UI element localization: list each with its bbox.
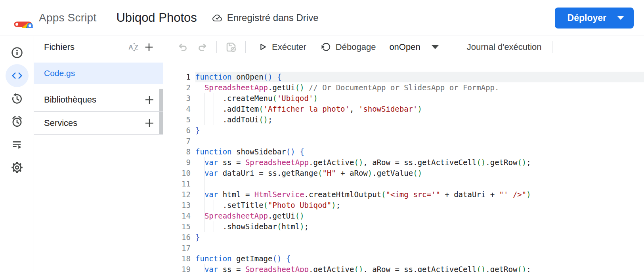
line-number: 6: [163, 125, 191, 136]
indent-guide: [214, 221, 214, 232]
indent-guide: [204, 189, 205, 200]
code-line[interactable]: 7: [163, 136, 644, 146]
execution-log-button[interactable]: Journal d'exécution: [467, 42, 542, 52]
line-number: 11: [163, 179, 191, 189]
line-number: 17: [163, 243, 191, 253]
redo-icon[interactable]: [195, 40, 210, 55]
services-scrollbar[interactable]: [159, 112, 163, 134]
undo-icon[interactable]: [175, 40, 190, 55]
code-line[interactable]: 16}: [163, 232, 644, 243]
indent-guide: [214, 104, 214, 114]
executions-list-icon[interactable]: [6, 133, 29, 156]
code-line[interactable]: 13 .setTitle("Photo Ubiqod");: [163, 200, 644, 211]
indent-guide: [204, 93, 205, 104]
svg-text:A: A: [128, 43, 133, 50]
indent-guide: [204, 157, 205, 168]
code-line-content[interactable]: function showSidebar() {: [195, 146, 644, 157]
code-line[interactable]: 15 .showSidebar(html);: [163, 221, 644, 232]
svg-text:Z: Z: [134, 43, 138, 50]
services-label: Services: [44, 118, 141, 128]
apps-script-editor: Apps Script Ubiqod Photos Enregistré dan…: [0, 0, 644, 272]
code-line-content[interactable]: function getImage() {: [195, 253, 644, 264]
line-number: 19: [163, 264, 191, 272]
indent-guide: [214, 114, 214, 125]
save-project-icon[interactable]: [223, 39, 239, 55]
deploy-caret-down-icon: [617, 16, 624, 20]
overview-info-icon[interactable]: [6, 41, 29, 64]
code-line-content[interactable]: [195, 136, 644, 146]
code-line-content[interactable]: var dataUri = ss.getRange("H" + aRow).ge…: [195, 168, 644, 179]
code-line-content[interactable]: var ss = SpreadsheetApp.getActive(), aRo…: [195, 264, 644, 272]
code-line-content[interactable]: .addItem('Afficher la photo', 'showSideb…: [195, 104, 644, 114]
code-line-content[interactable]: SpreadsheetApp.getUi() // Or DocumentApp…: [195, 82, 644, 93]
indent-guide: [204, 264, 205, 272]
function-selector[interactable]: onOpen: [389, 42, 438, 52]
code-line-content[interactable]: [195, 243, 644, 253]
run-label: Exécuter: [272, 42, 306, 52]
indent-guide: [204, 179, 205, 189]
code-line-content[interactable]: .showSidebar(html);: [195, 221, 644, 232]
add-library-plus-icon[interactable]: [141, 92, 157, 108]
run-play-icon: [258, 42, 268, 52]
line-number: 18: [163, 253, 191, 264]
project-title[interactable]: Ubiqod Photos: [116, 11, 197, 25]
line-number: 3: [163, 93, 191, 104]
editor-code-icon[interactable]: [6, 64, 29, 87]
indent-guide: [204, 168, 205, 179]
code-line[interactable]: 1function onOpen() {: [163, 72, 644, 82]
code-line[interactable]: 18function getImage() {: [163, 253, 644, 264]
code-line[interactable]: 8function showSidebar() {: [163, 146, 644, 157]
line-number: 4: [163, 104, 191, 114]
app-name: Apps Script: [39, 11, 96, 24]
deploy-button[interactable]: Déployer: [555, 8, 634, 29]
sort-az-icon[interactable]: A Z: [126, 40, 141, 55]
line-number: 10: [163, 168, 191, 179]
indent-guide: [204, 114, 205, 125]
code-line[interactable]: 6}: [163, 125, 644, 136]
debug-button[interactable]: Débogage: [321, 42, 376, 52]
code-line[interactable]: 10 var dataUri = ss.getRange("H" + aRow)…: [163, 168, 644, 179]
code-line[interactable]: 14 SpreadsheetApp.getUi(): [163, 211, 644, 221]
code-line[interactable]: 17: [163, 243, 644, 253]
code-lines: 1function onOpen() {2 SpreadsheetApp.get…: [163, 72, 644, 272]
libraries-section[interactable]: Bibliothèques: [34, 88, 163, 111]
line-number: 1: [163, 72, 191, 82]
code-editor[interactable]: 1function onOpen() {2 SpreadsheetApp.get…: [163, 58, 644, 272]
file-item-code-gs[interactable]: Code.gs: [34, 63, 163, 84]
settings-gear-icon[interactable]: [6, 156, 29, 179]
function-selector-value: onOpen: [389, 42, 420, 52]
triggers-alarm-icon[interactable]: [6, 110, 29, 133]
code-line[interactable]: 3 .createMenu('Ubiqod'): [163, 93, 644, 104]
code-line[interactable]: 12 var html = HtmlService.createHtmlOutp…: [163, 189, 644, 200]
code-line-content[interactable]: function onOpen() {: [195, 72, 644, 82]
code-line-content[interactable]: .setTitle("Photo Ubiqod");: [195, 200, 644, 211]
code-line-content[interactable]: var html = HtmlService.createHtmlOutput(…: [195, 189, 644, 200]
apps-script-logo-icon[interactable]: [13, 8, 33, 28]
code-line-content[interactable]: }: [195, 232, 644, 243]
code-line[interactable]: 9 var ss = SpreadsheetApp.getActive(), a…: [163, 157, 644, 168]
run-button[interactable]: Exécuter: [258, 42, 306, 52]
line-number: 14: [163, 211, 191, 221]
code-line[interactable]: 5 .addToUi();: [163, 114, 644, 125]
libraries-scrollbar[interactable]: [159, 89, 163, 111]
line-number: 8: [163, 146, 191, 157]
services-section[interactable]: Services: [34, 111, 163, 135]
code-line-content[interactable]: SpreadsheetApp.getUi(): [195, 211, 644, 221]
code-line[interactable]: 4 .addItem('Afficher la photo', 'showSid…: [163, 104, 644, 114]
save-status: Enregistré dans Drive: [212, 12, 319, 23]
function-selector-caret-icon: [432, 45, 439, 49]
code-line[interactable]: 2 SpreadsheetApp.getUi() // Or DocumentA…: [163, 82, 644, 93]
code-line-content[interactable]: }: [195, 125, 644, 136]
code-line[interactable]: 11: [163, 179, 644, 189]
code-line-content[interactable]: .addToUi();: [195, 114, 644, 125]
code-line-content[interactable]: [195, 179, 644, 189]
cloud-saved-icon: [212, 13, 223, 23]
line-number: 5: [163, 114, 191, 125]
code-line[interactable]: 19 var ss = SpreadsheetApp.getActive(), …: [163, 264, 644, 272]
code-line-content[interactable]: .createMenu('Ubiqod'): [195, 93, 644, 104]
code-line-content[interactable]: var ss = SpreadsheetApp.getActive(), aRo…: [195, 157, 644, 168]
project-history-icon[interactable]: [6, 87, 29, 110]
line-number: 16: [163, 232, 191, 243]
add-file-plus-icon[interactable]: [141, 40, 157, 55]
add-service-plus-icon[interactable]: [141, 115, 157, 131]
